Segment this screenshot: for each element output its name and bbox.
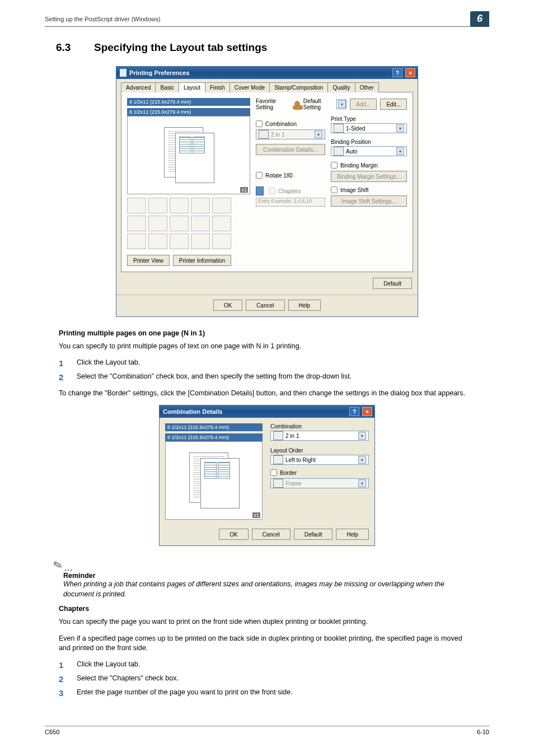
border-value: Frame — [285, 480, 302, 487]
intro-paragraph: You can specify to print multiple pages … — [59, 342, 475, 352]
step-text: Enter the page number of the page you wa… — [77, 688, 293, 698]
titlebar-close-button[interactable]: × — [362, 407, 372, 416]
binding-position-select[interactable]: Auto ▾ — [331, 146, 407, 156]
favorite-setting-select[interactable]: ▾ — [336, 99, 346, 109]
tab-row: Advanced Basic Layout Finish Cover Mode … — [121, 82, 418, 92]
chapters-checkbox[interactable] — [269, 188, 275, 194]
chapters-p1: You can specify the page you want to pri… — [59, 617, 475, 627]
note-title: Reminder — [63, 572, 475, 580]
image-shift-settings-button[interactable]: Image Shift Settings... — [331, 195, 407, 207]
option-icon-grid — [127, 198, 250, 249]
print-type-label: Print Type — [331, 116, 407, 122]
print-type-select[interactable]: 1-Sided ▾ — [331, 123, 407, 133]
tab-advanced[interactable]: Advanced — [121, 82, 156, 92]
option-icon[interactable] — [212, 234, 231, 249]
rotate-180-label: Rotate 180 — [265, 172, 293, 179]
titlebar-help-button[interactable]: ? — [349, 407, 359, 416]
printing-preferences-window: Printing Preferences ? × Advanced Basic … — [116, 66, 418, 317]
step-text: Click the Layout tab. — [77, 660, 140, 670]
tab-basic[interactable]: Basic — [155, 82, 179, 92]
step-number: 1 — [59, 358, 67, 368]
border-select[interactable]: Frame ▾ — [270, 478, 369, 488]
cancel-button[interactable]: Cancel — [252, 529, 291, 540]
chapters-label: Chapters — [278, 188, 301, 194]
binding-position-label: Binding Position — [331, 139, 407, 145]
binding-icon — [334, 147, 344, 156]
add-button[interactable]: Add... — [350, 99, 377, 110]
help-button[interactable]: Help — [288, 300, 321, 311]
binding-margin-settings-button[interactable]: Binding Margin Settings... — [331, 171, 407, 182]
combination-label: Combination — [265, 121, 297, 127]
option-icon[interactable] — [212, 216, 231, 231]
subsection-n-in-1: Printing multiple pages on one page (N i… — [59, 329, 475, 337]
option-icon[interactable] — [170, 216, 189, 231]
option-icon[interactable] — [148, 234, 167, 249]
option-icon[interactable] — [191, 198, 210, 213]
header-path: Setting up the PostScript driver (Window… — [45, 16, 470, 22]
printer-view-button[interactable]: Printer View — [127, 255, 170, 266]
layout-order-value: Left to Right — [285, 457, 316, 463]
image-shift-checkbox[interactable] — [331, 186, 338, 193]
chapters-p2: Even if a specified page comes up to be … — [59, 634, 475, 654]
paper-size-1: 8 1/2x11 (215.9x279.4 mm) — [165, 423, 263, 431]
printer-information-button[interactable]: Printer Information — [173, 255, 231, 266]
step-text: Select the "Chapters" check box. — [77, 674, 179, 684]
cancel-button[interactable]: Cancel — [246, 300, 284, 311]
titlebar-close-button[interactable]: × — [405, 68, 415, 77]
option-icon[interactable] — [148, 216, 167, 231]
combination-select[interactable]: 2 in 1 ▾ — [270, 431, 369, 441]
option-icon[interactable] — [191, 234, 210, 249]
window-title: Printing Preferences — [129, 69, 390, 76]
option-icon[interactable] — [191, 216, 210, 231]
border-checkbox[interactable] — [270, 469, 277, 476]
window-title: Combination Details — [163, 408, 346, 415]
binding-margin-label: Binding Margin — [340, 162, 378, 169]
note-body: When printing a job that contains pages … — [63, 580, 475, 599]
option-icon[interactable] — [127, 234, 146, 249]
combination-value: 2 in 1 — [285, 433, 299, 439]
tab-other[interactable]: Other — [355, 82, 379, 92]
tab-layout[interactable]: Layout — [179, 82, 205, 92]
combination-details-button[interactable]: Combination Details... — [256, 144, 325, 155]
step-text: Select the "Combination" check box, and … — [77, 372, 352, 382]
subsection-chapters: Chapters — [59, 605, 475, 613]
default-button[interactable]: Default — [294, 529, 333, 540]
option-icon[interactable] — [170, 234, 189, 249]
frame-icon — [273, 479, 283, 488]
tab-cover-mode[interactable]: Cover Mode — [229, 82, 270, 92]
print-type-value: 1-Sided — [346, 125, 365, 132]
step-text: Click the Layout tab. — [77, 358, 140, 368]
option-icon[interactable] — [148, 198, 167, 213]
pencil-icon: ✎ — [51, 557, 64, 573]
default-button[interactable]: Default — [373, 278, 412, 289]
help-button[interactable]: Help — [336, 529, 369, 540]
chapters-icon — [256, 186, 264, 195]
paper-size-1: 8 1/2x11 (215.9x279.4 mm) — [127, 98, 250, 106]
rotate-180-checkbox[interactable] — [256, 172, 263, 179]
ok-button[interactable]: OK — [213, 300, 242, 311]
titlebar-help-button[interactable]: ? — [392, 68, 402, 77]
option-icon[interactable] — [212, 198, 231, 213]
layout-order-select[interactable]: Left to Right ▾ — [270, 455, 369, 465]
option-icon[interactable] — [127, 216, 146, 231]
tab-quality[interactable]: Quality — [327, 82, 355, 92]
binding-position-value: Auto — [346, 148, 358, 155]
combination-select[interactable]: 2 in 1 ▾ — [256, 129, 325, 139]
note-dots: … — [64, 563, 74, 572]
step-number: 2 — [59, 674, 67, 684]
printer-icon — [120, 69, 127, 77]
two-in-one-icon — [273, 431, 283, 440]
ok-button[interactable]: OK — [219, 529, 248, 540]
combination-checkbox[interactable] — [256, 120, 263, 127]
option-icon[interactable] — [127, 198, 146, 213]
tab-finish[interactable]: Finish — [205, 82, 230, 92]
paper-size-2: 8 1/2x11 (215.9x279.4 mm) — [127, 108, 250, 116]
layout-preview: x1 — [127, 116, 250, 194]
tab-stamp-composition[interactable]: Stamp/Composition — [269, 82, 328, 92]
binding-margin-checkbox[interactable] — [331, 162, 338, 169]
user-icon — [294, 101, 300, 108]
one-sided-icon — [334, 124, 344, 133]
step-number: 2 — [59, 372, 67, 382]
option-icon[interactable] — [170, 198, 189, 213]
edit-button[interactable]: Edit... — [380, 99, 407, 110]
